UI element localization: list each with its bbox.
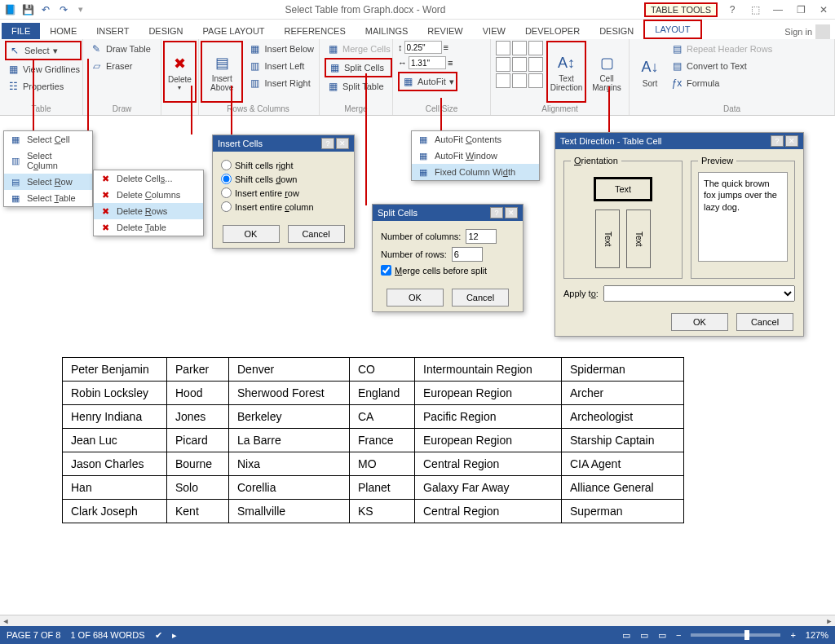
word-count[interactable]: 1 OF 684 WORDS (70, 630, 144, 640)
help-icon[interactable]: ? (321, 138, 334, 149)
eraser-button[interactable]: ▱Eraser (88, 58, 152, 74)
autofit-contents-item[interactable]: ▦AutoFit Contents (412, 131, 539, 148)
table-cell[interactable]: France (350, 429, 415, 452)
sign-in[interactable]: Sign in (784, 24, 833, 39)
insert-left-button[interactable]: ▥Insert Left (246, 58, 316, 74)
undo-icon[interactable]: ↶ (39, 3, 52, 16)
table-cell[interactable]: Kent (167, 500, 229, 523)
scroll-left-icon[interactable]: ◄ (0, 617, 11, 625)
tab-tt-layout[interactable]: LAYOUT (643, 20, 701, 39)
restore-icon[interactable]: ❐ (793, 4, 809, 15)
table-cell[interactable]: CIA Agent (562, 452, 684, 476)
table-cell[interactable]: Intermountain Region (415, 358, 562, 382)
align-br[interactable] (528, 73, 543, 88)
table-cell[interactable]: European Region (415, 429, 562, 452)
redo-icon[interactable]: ↷ (57, 3, 70, 16)
tab-references[interactable]: REFERENCES (275, 23, 356, 39)
table-cell[interactable]: Central Region (415, 452, 562, 476)
macro-icon[interactable]: ▸ (172, 630, 177, 641)
insert-below-button[interactable]: ▦Insert Below (246, 41, 316, 57)
sort-button[interactable]: A↓Sort (634, 41, 665, 103)
table-cell[interactable]: Spiderman (562, 358, 684, 382)
entire-col-radio[interactable]: Insert entire column (221, 200, 346, 214)
table-cell[interactable]: Superman (562, 500, 684, 523)
view-gridlines-button[interactable]: ▦View Gridlines (5, 61, 82, 77)
table-row[interactable]: HanSoloCorelliaPlanetGalaxy Far AwayAlli… (63, 476, 684, 500)
repeat-header-button[interactable]: ▤Repeat Header Rows (669, 41, 774, 57)
table-cell[interactable]: Corellia (229, 476, 350, 500)
num-rows-input[interactable] (452, 247, 483, 262)
read-mode-icon[interactable]: ▭ (622, 630, 630, 641)
close-icon[interactable]: ✕ (336, 138, 349, 149)
table-cell[interactable]: Robin Locksley (63, 382, 167, 405)
tab-view[interactable]: VIEW (473, 23, 515, 39)
table-cell[interactable]: Peter Benjamin (63, 358, 167, 382)
insert-above-button[interactable]: ▤ Insert Above (201, 41, 243, 103)
cell-margins-button[interactable]: ▢ Cell Margins (590, 41, 624, 103)
table-row[interactable]: Jason CharlesBourneNixaMOCentral RegionC… (63, 452, 684, 476)
tab-review[interactable]: REVIEW (418, 23, 472, 39)
table-cell[interactable]: KS (350, 500, 415, 523)
table-cell[interactable]: Berkeley (229, 405, 350, 429)
help-icon[interactable]: ? (724, 4, 740, 15)
split-cells-button[interactable]: ▦Split Cells (325, 58, 392, 77)
zoom-level[interactable]: 127% (806, 630, 828, 640)
document-table[interactable]: Peter BenjaminParkerDenverCOIntermountai… (62, 357, 684, 523)
shift-down-radio[interactable]: Shift cells down (221, 172, 346, 186)
align-ml[interactable] (496, 57, 510, 72)
delete-rows-item[interactable]: ✖Delete Rows (94, 203, 203, 219)
split-cells-cancel-button[interactable]: Cancel (452, 289, 509, 307)
split-table-button[interactable]: ▦Split Table (325, 78, 392, 95)
table-cell[interactable]: Archer (562, 382, 684, 405)
merge-cells-button[interactable]: ▦Merge Cells (325, 41, 392, 57)
table-cell[interactable]: Pacific Region (415, 405, 562, 429)
close-icon[interactable]: ✕ (815, 4, 832, 15)
shift-right-radio[interactable]: Shift cells right (221, 158, 346, 172)
orientation-vertical-2[interactable]: Text (626, 210, 651, 268)
table-cell[interactable]: Nixa (229, 452, 350, 476)
help-icon[interactable]: ? (771, 135, 784, 147)
tab-tt-design[interactable]: DESIGN (590, 23, 643, 39)
merge-before-checkbox[interactable]: Merge cells before split (381, 263, 515, 277)
spellcheck-icon[interactable]: ✔ (155, 630, 162, 641)
alignment-grid[interactable] (496, 41, 543, 103)
table-row[interactable]: Peter BenjaminParkerDenverCOIntermountai… (63, 358, 684, 382)
formula-button[interactable]: ƒxFormula (669, 75, 774, 91)
align-mc[interactable] (512, 57, 527, 72)
select-cell-item[interactable]: ▦Select Cell (4, 131, 92, 148)
table-cell[interactable]: Jason Charles (63, 452, 167, 476)
ribbon-display-icon[interactable]: ⬚ (747, 4, 763, 15)
web-layout-icon[interactable]: ▭ (658, 630, 666, 641)
qat-dropdown-icon[interactable]: ▾ (78, 4, 83, 15)
table-cell[interactable]: Henry Indiana (63, 405, 167, 429)
table-cell[interactable]: Clark Joseph (63, 500, 167, 523)
table-cell[interactable]: Denver (229, 358, 350, 382)
tab-file[interactable]: FILE (2, 23, 40, 39)
delete-columns-item[interactable]: ✖Delete Columns (94, 187, 203, 203)
table-cell[interactable]: CO (350, 358, 415, 382)
close-icon[interactable]: ✕ (505, 207, 518, 218)
tab-home[interactable]: HOME (40, 23, 86, 39)
table-cell[interactable]: MO (350, 452, 415, 476)
select-column-item[interactable]: ▥Select Column (4, 148, 92, 174)
table-cell[interactable]: Galaxy Far Away (415, 476, 562, 500)
autofit-button[interactable]: ▦AutoFit▾ (398, 72, 457, 91)
align-bl[interactable] (496, 73, 510, 88)
distribute-cols-icon[interactable]: ≡ (448, 58, 453, 68)
col-width-field[interactable]: ↔≡ (398, 56, 457, 69)
tab-developer[interactable]: DEVELOPER (515, 23, 590, 39)
table-row[interactable]: Jean LucPicardLa BarreFranceEuropean Reg… (63, 429, 684, 452)
entire-row-radio[interactable]: Insert entire row (221, 186, 346, 200)
table-cell[interactable]: Starship Captain (562, 429, 684, 452)
insert-cells-ok-button[interactable]: OK (223, 225, 280, 243)
zoom-out-icon[interactable]: − (676, 630, 681, 640)
select-button[interactable]: ↖Select▾ (5, 41, 82, 60)
help-icon[interactable]: ? (490, 207, 503, 218)
print-layout-icon[interactable]: ▭ (640, 630, 648, 641)
draw-table-button[interactable]: ✎Draw Table (88, 41, 152, 57)
align-tl[interactable] (496, 41, 510, 55)
delete-cells-item[interactable]: ✖Delete Cells... (94, 170, 203, 187)
scroll-right-icon[interactable]: ► (824, 617, 835, 625)
table-cell[interactable]: Archeologist (562, 405, 684, 429)
row-height-input[interactable] (404, 41, 442, 54)
